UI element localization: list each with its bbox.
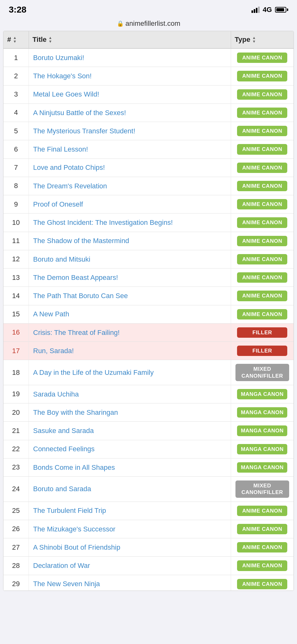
episode-title[interactable]: Proof of Oneself — [29, 195, 231, 214]
table-row[interactable]: 18A Day in the Life of the Uzumaki Famil… — [3, 360, 294, 385]
episode-type[interactable]: ANIME CANON — [231, 305, 294, 323]
episode-title[interactable]: The Demon Beast Appears! — [29, 269, 231, 287]
episode-title[interactable]: Run, Sarada! — [29, 342, 231, 360]
episode-title[interactable]: Sarada Uchiha — [29, 385, 231, 403]
episode-number: 8 — [3, 177, 29, 195]
episode-type[interactable]: ANIME CANON — [231, 287, 294, 305]
column-header-type[interactable]: Type ▲▼ — [231, 31, 294, 48]
table-row[interactable]: 1Boruto Uzumaki!ANIME CANON — [3, 48, 294, 67]
table-row[interactable]: 19Sarada UchihaMANGA CANON — [3, 385, 294, 403]
episode-type[interactable]: ANIME CANON — [231, 177, 294, 195]
episode-title[interactable]: The Boy with the Sharingan — [29, 403, 231, 422]
episode-type[interactable]: ANIME CANON — [231, 520, 294, 538]
episode-type[interactable]: ANIME CANON — [231, 48, 294, 67]
table-row[interactable]: 3Metal Lee Goes Wild!ANIME CANON — [3, 85, 294, 103]
episode-title[interactable]: Declaration of War — [29, 557, 231, 575]
episode-title[interactable]: Metal Lee Goes Wild! — [29, 85, 231, 103]
table-row[interactable]: 9Proof of OneselfANIME CANON — [3, 195, 294, 214]
table-row[interactable]: 25The Turbulent Field TripANIME CANON — [3, 502, 294, 520]
episode-title[interactable]: A Shinobi Bout of Friendship — [29, 538, 231, 557]
episode-title[interactable]: A New Path — [29, 305, 231, 323]
table-row[interactable]: 29The New Seven NinjaANIME CANON — [3, 575, 294, 591]
episode-number: 25 — [3, 502, 29, 520]
type-badge: ANIME CANON — [237, 542, 287, 552]
episode-type[interactable]: ANIME CANON — [231, 214, 294, 232]
episode-type[interactable]: ANIME CANON — [231, 67, 294, 85]
table-row[interactable]: 17Run, Sarada!FILLER — [3, 342, 294, 360]
episode-title[interactable]: Boruto and Sarada — [29, 477, 231, 502]
episode-type[interactable]: MANGA CANON — [231, 422, 294, 440]
episode-title[interactable]: Connected Feelings — [29, 440, 231, 458]
type-badge: FILLER — [237, 327, 287, 338]
episode-title[interactable]: The Turbulent Field Trip — [29, 502, 231, 520]
episode-type[interactable]: MANGA CANON — [231, 403, 294, 422]
table-row[interactable]: 27A Shinobi Bout of FriendshipANIME CANO… — [3, 538, 294, 557]
episode-title[interactable]: The Path That Boruto Can See — [29, 287, 231, 305]
table-row[interactable]: 4A Ninjutsu Battle of the Sexes!ANIME CA… — [3, 103, 294, 122]
episode-title[interactable]: The Final Lesson! — [29, 140, 231, 158]
table-row[interactable]: 28Declaration of WarANIME CANON — [3, 557, 294, 575]
episode-type[interactable]: ANIME CANON — [231, 557, 294, 575]
table-row[interactable]: 12Boruto and MitsukiANIME CANON — [3, 250, 294, 268]
episode-type[interactable]: ANIME CANON — [231, 122, 294, 140]
table-row[interactable]: 21Sasuke and SaradaMANGA CANON — [3, 422, 294, 440]
table-row[interactable]: 16Crisis: The Threat of Failing!FILLER — [3, 323, 294, 341]
episode-title[interactable]: A Ninjutsu Battle of the Sexes! — [29, 103, 231, 122]
episode-title[interactable]: Boruto and Mitsuki — [29, 250, 231, 268]
episode-title[interactable]: Love and Potato Chips! — [29, 158, 231, 177]
table-row[interactable]: 7Love and Potato Chips!ANIME CANON — [3, 158, 294, 177]
table-row[interactable]: 14The Path That Boruto Can SeeANIME CANO… — [3, 287, 294, 305]
episode-type[interactable]: ANIME CANON — [231, 269, 294, 287]
table-row[interactable]: 22Connected FeelingsMANGA CANON — [3, 440, 294, 458]
table-row[interactable]: 24Boruto and SaradaMIXED CANON/FILLER — [3, 477, 294, 502]
episode-number: 5 — [3, 122, 29, 140]
episode-number: 29 — [3, 575, 29, 591]
episode-type[interactable]: ANIME CANON — [231, 158, 294, 177]
column-header-num[interactable]: # ▲▼ — [3, 31, 29, 48]
table-row[interactable]: 20The Boy with the SharinganMANGA CANON — [3, 403, 294, 422]
episode-type[interactable]: MANGA CANON — [231, 385, 294, 403]
episode-type[interactable]: ANIME CANON — [231, 538, 294, 557]
episode-type[interactable]: ANIME CANON — [231, 502, 294, 520]
episode-type[interactable]: MIXED CANON/FILLER — [231, 360, 294, 385]
episode-title[interactable]: The New Seven Ninja — [29, 575, 231, 591]
episode-title[interactable]: The Hokage's Son! — [29, 67, 231, 85]
episode-type[interactable]: ANIME CANON — [231, 575, 294, 591]
table-row[interactable]: 23Bonds Come in All ShapesMANGA CANON — [3, 458, 294, 476]
episode-type[interactable]: MANGA CANON — [231, 458, 294, 476]
episode-type[interactable]: ANIME CANON — [231, 232, 294, 250]
episode-title[interactable]: The Ghost Incident: The Investigation Be… — [29, 214, 231, 232]
episode-title[interactable]: A Day in the Life of the Uzumaki Family — [29, 360, 231, 385]
episode-type[interactable]: ANIME CANON — [231, 85, 294, 103]
episode-type[interactable]: ANIME CANON — [231, 250, 294, 268]
table-row[interactable]: 13The Demon Beast Appears!ANIME CANON — [3, 269, 294, 287]
table-row[interactable]: 11The Shadow of the MastermindANIME CANO… — [3, 232, 294, 250]
episode-number: 1 — [3, 48, 29, 67]
episode-title[interactable]: The Shadow of the Mastermind — [29, 232, 231, 250]
column-header-title[interactable]: Title ▲▼ — [29, 31, 231, 48]
table-row[interactable]: 8The Dream's RevelationANIME CANON — [3, 177, 294, 195]
episode-title[interactable]: Crisis: The Threat of Failing! — [29, 323, 231, 341]
type-badge: ANIME CANON — [237, 524, 287, 534]
episode-title[interactable]: Sasuke and Sarada — [29, 422, 231, 440]
episode-title[interactable]: Bonds Come in All Shapes — [29, 458, 231, 476]
episode-type[interactable]: MIXED CANON/FILLER — [231, 477, 294, 502]
table-row[interactable]: 5The Mysterious Transfer Student!ANIME C… — [3, 122, 294, 140]
episode-title[interactable]: The Dream's Revelation — [29, 177, 231, 195]
table-row[interactable]: 26The Mizukage's SuccessorANIME CANON — [3, 520, 294, 538]
episode-number: 23 — [3, 458, 29, 476]
table-row[interactable]: 2The Hokage's Son!ANIME CANON — [3, 67, 294, 85]
episode-type[interactable]: ANIME CANON — [231, 140, 294, 158]
table-row[interactable]: 15A New PathANIME CANON — [3, 305, 294, 323]
episode-title[interactable]: The Mysterious Transfer Student! — [29, 122, 231, 140]
episode-title[interactable]: The Mizukage's Successor — [29, 520, 231, 538]
table-row[interactable]: 6The Final Lesson!ANIME CANON — [3, 140, 294, 158]
episode-type[interactable]: ANIME CANON — [231, 195, 294, 214]
episode-type[interactable]: MANGA CANON — [231, 440, 294, 458]
episode-type[interactable]: FILLER — [231, 323, 294, 341]
episode-type[interactable]: FILLER — [231, 342, 294, 360]
episode-type[interactable]: ANIME CANON — [231, 103, 294, 122]
table-row[interactable]: 10The Ghost Incident: The Investigation … — [3, 214, 294, 232]
episode-number: 16 — [3, 323, 29, 341]
episode-title[interactable]: Boruto Uzumaki! — [29, 48, 231, 67]
